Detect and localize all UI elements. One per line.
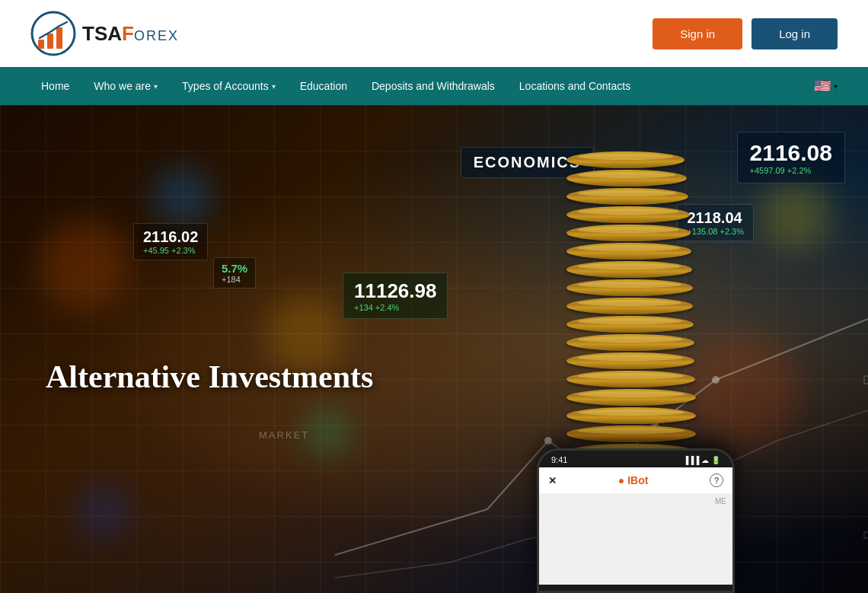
svg-rect-11 xyxy=(864,532,868,538)
svg-rect-7 xyxy=(864,376,868,384)
me-badge: ME xyxy=(539,494,732,509)
stock-box-big-right: 2116.08 +4597.09 +2.2% xyxy=(737,132,845,183)
phone-signal-icons: ▐▐▐ ☁ 🔋 xyxy=(683,456,720,464)
stock-value-mid-left: 2116.02 xyxy=(143,228,198,246)
logo-icon xyxy=(30,11,76,56)
phone-mockup: 9:41 ▐▐▐ ☁ 🔋 ✕ ● IBot ? ME xyxy=(537,448,750,593)
stock-value-big-right: 2116.08 xyxy=(750,140,832,166)
nav-label-types-of-accounts: Types of Accounts xyxy=(182,80,269,92)
nav-item-home[interactable]: Home xyxy=(30,67,80,105)
nav-item-types-of-accounts[interactable]: Types of Accounts ▾ xyxy=(171,67,286,105)
ibot-label: IBot xyxy=(627,474,648,486)
economics-label: ECONOMICS xyxy=(474,154,581,171)
svg-rect-1 xyxy=(38,40,44,49)
login-button[interactable]: Log in xyxy=(752,18,838,49)
logo-f: F xyxy=(122,22,134,45)
phone-chat-header: ✕ ● IBot ? xyxy=(539,467,732,494)
hero-content: Alternative Investments xyxy=(46,359,373,395)
hero-title: Alternative Investments xyxy=(46,359,373,395)
stock-change-mid-left: +45.95 +2.3% xyxy=(143,246,198,255)
header: TSAFOREX Sign in Log in xyxy=(0,0,868,67)
stock-box-small-2: 5.7% +184 xyxy=(213,257,256,289)
header-buttons: Sign in Log in xyxy=(653,18,838,49)
nav-item-education[interactable]: Education xyxy=(289,67,358,105)
navbar: Home Who we are ▾ Types of Accounts ▾ Ed… xyxy=(0,67,868,105)
logo-text: TSAFOREX xyxy=(82,22,179,46)
stock-box-mid-left: 2116.02 +45.95 +2.3% xyxy=(133,223,208,260)
nav-label-who-we-are: Who we are xyxy=(94,80,151,92)
phone-screen: ✕ ● IBot ? ME xyxy=(539,467,732,585)
phone-help-button[interactable]: ? xyxy=(710,473,723,487)
stock-change-small-2: +184 xyxy=(222,275,247,284)
chevron-down-icon: ▾ xyxy=(272,82,276,91)
ibot-dot-icon: ● xyxy=(618,474,624,486)
phone-time: 9:41 xyxy=(551,455,567,464)
chevron-down-icon: ▾ xyxy=(834,82,838,91)
nav-item-locations-contacts[interactable]: Locations and Contacts xyxy=(509,67,641,105)
svg-rect-2 xyxy=(47,33,53,49)
logo: TSAFOREX xyxy=(30,11,179,56)
svg-rect-3 xyxy=(56,27,62,49)
chevron-down-icon: ▾ xyxy=(154,82,158,91)
market-text-overlay: MARKET xyxy=(259,429,309,441)
nav-item-deposits-withdrawals[interactable]: Deposits and Withdrawals xyxy=(361,67,506,105)
flag-icon: 🇺🇸 xyxy=(814,78,831,94)
stock-value-small-2: 5.7% xyxy=(222,262,247,275)
nav-item-who-we-are[interactable]: Who we are ▾ xyxy=(83,67,168,105)
stock-change-big-right: +4597.09 +2.2% xyxy=(750,166,832,175)
ibot-logo: ● IBot xyxy=(618,474,649,486)
phone-frame: 9:41 ▐▐▐ ☁ 🔋 ✕ ● IBot ? ME xyxy=(537,448,735,593)
logo-orex: OREX xyxy=(134,28,179,43)
phone-close-button[interactable]: ✕ xyxy=(548,475,557,486)
signin-button[interactable]: Sign in xyxy=(653,18,742,49)
hero-section: ECONOMICS 2116.08 +4597.09 +2.2% 2116.02… xyxy=(0,105,868,593)
language-selector[interactable]: 🇺🇸 ▾ xyxy=(814,78,838,94)
phone-notch xyxy=(609,451,662,461)
logo-tsa: TSA xyxy=(82,22,122,45)
